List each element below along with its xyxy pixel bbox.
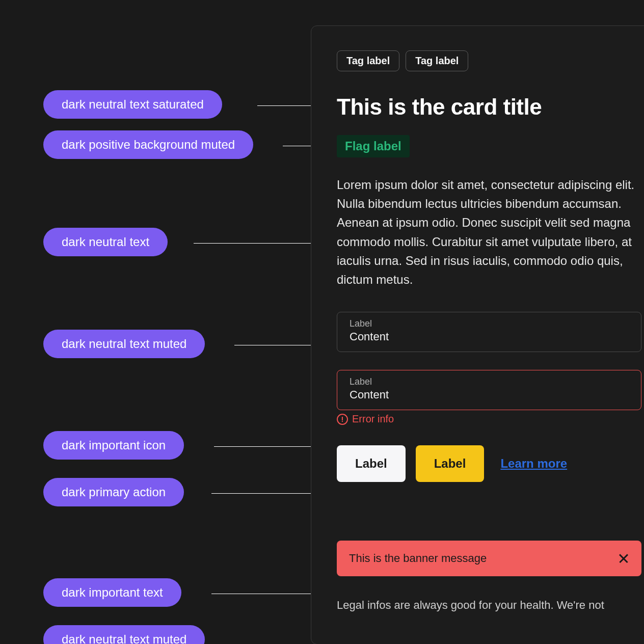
text-field[interactable]: Label Content (337, 312, 641, 352)
tag-label[interactable]: Tag label (337, 50, 399, 71)
tag-row: Tag label Tag label (337, 50, 641, 71)
text-field-error[interactable]: Label Content (337, 370, 641, 410)
flag-label: Flag label (337, 135, 410, 157)
field-content: Content (350, 388, 629, 401)
token-pill-neutral-text-muted: dark neutral text muted (43, 330, 205, 358)
secondary-button[interactable]: Label (337, 445, 406, 482)
error-info-text: Error info (352, 413, 394, 425)
card-title: This is the card title (337, 94, 641, 120)
token-pill-important-icon: dark important icon (43, 431, 184, 460)
field-content: Content (350, 330, 629, 343)
field-label: Label (350, 377, 629, 387)
token-pill-neutral-text: dark neutral text (43, 228, 168, 256)
legal-disclaimer: Legal infos are always good for your hea… (337, 597, 641, 613)
token-pill-neutral-text-saturated: dark neutral text saturated (43, 90, 222, 119)
token-pill-important-text: dark important text (43, 578, 181, 607)
tag-label[interactable]: Tag label (406, 50, 468, 71)
primary-button[interactable]: Label (416, 445, 485, 482)
actions-row: Label Label Learn more (337, 445, 641, 482)
close-icon[interactable] (618, 553, 629, 564)
banner-alert: This is the banner message (337, 541, 641, 576)
alert-circle-icon (337, 414, 348, 425)
error-info-row: Error info (337, 413, 641, 425)
token-pill-primary-action: dark primary action (43, 478, 184, 506)
token-pill-positive-bg-muted: dark positive background muted (43, 130, 253, 159)
field-label: Label (350, 318, 629, 329)
token-pill-neutral-text-muted-2: dark neutral text muted (43, 625, 205, 644)
example-card: Tag label Tag label This is the card tit… (311, 25, 644, 644)
card-body-text: Lorem ipsum dolor sit amet, consectetur … (337, 175, 641, 289)
learn-more-link[interactable]: Learn more (500, 457, 567, 471)
banner-message: This is the banner message (349, 552, 487, 565)
